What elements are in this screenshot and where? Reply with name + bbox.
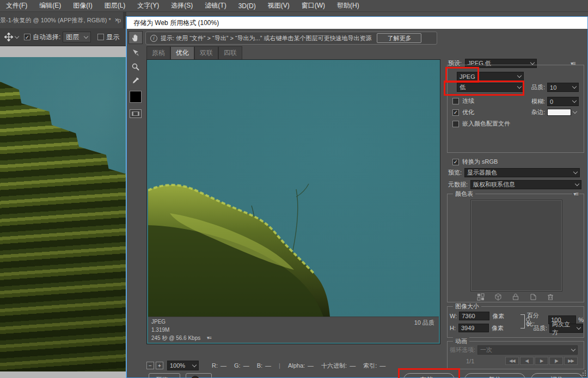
save-for-web-dialog: 存储为 Web 所用格式 (100%)	[126, 16, 588, 378]
zoom-in-button[interactable]: +	[156, 362, 163, 369]
preview-in-browser-button[interactable]: 预览...	[149, 373, 180, 378]
play-button[interactable]: ▶	[535, 357, 548, 365]
menu-edit[interactable]: 编辑(E)	[33, 1, 67, 10]
color-table-title: 颜色表	[453, 190, 475, 198]
browser-select-button[interactable]	[186, 373, 212, 378]
g-label: G:	[234, 362, 241, 369]
image-size-group: 图像大小 W: 7360 像素 H: 3949 像素	[447, 306, 584, 338]
tab-4up[interactable]: 四联	[218, 46, 242, 59]
panel-menu-icon[interactable]: ▾≡	[572, 191, 579, 197]
chevron-down-icon	[517, 73, 522, 78]
eyedropper-color-swatch[interactable]	[130, 91, 142, 103]
hand-icon	[131, 33, 140, 42]
move-tool-dropdown-icon[interactable]	[15, 34, 19, 38]
height-field[interactable]: 3949	[458, 324, 489, 332]
compression-row: 低	[457, 83, 524, 92]
optimized-label: 优化	[462, 108, 474, 116]
chevron-down-icon[interactable]	[573, 109, 577, 114]
magnifier-icon	[131, 63, 140, 71]
loop-options-label: 循环选项:	[450, 346, 475, 354]
rice-terraces-photo	[0, 57, 126, 371]
embed-profile-label: 嵌入颜色配置文件	[462, 120, 510, 128]
chevron-down-icon	[572, 98, 577, 103]
optimized-checkbox[interactable]: ✓	[452, 109, 459, 116]
preview-image[interactable]	[148, 61, 439, 317]
document-tab[interactable]: 景-1-恢复的 @ 100% (APP推荐, RGB/8) * ×	[0, 12, 123, 28]
progressive-label: 连续	[462, 97, 474, 105]
metadata-dropdown[interactable]: 版权和联系信息	[470, 180, 581, 189]
show-transform-checkbox[interactable]	[97, 34, 104, 40]
menu-3d[interactable]: 3D(D)	[232, 2, 262, 10]
progressive-checkbox[interactable]	[452, 98, 459, 104]
tab-optimized[interactable]: 优化	[170, 46, 194, 59]
preview-tabs: 原稿 优化 双联 四联	[146, 46, 242, 59]
dialog-title-bar[interactable]: 存储为 Web 所用格式 (100%)	[127, 17, 587, 29]
menu-image[interactable]: 图像(I)	[67, 1, 98, 10]
status-bar: − + 100% R:— G:— B:— | Alpha:— 十六进制:— 索引…	[146, 360, 385, 371]
color-table-swatches[interactable]	[471, 200, 562, 291]
eyedropper-icon	[131, 77, 140, 85]
dither-icon[interactable]	[477, 293, 485, 301]
move-tool-icon[interactable]	[4, 33, 13, 41]
grass-cliff-graphic	[148, 61, 439, 317]
tab-original[interactable]: 原稿	[146, 46, 170, 59]
last-frame-button[interactable]: ▶▶	[564, 357, 578, 365]
first-frame-button[interactable]: ◀◀	[505, 357, 519, 365]
menu-select[interactable]: 选择(S)	[165, 1, 199, 10]
matte-color-swatch[interactable]	[547, 109, 571, 116]
menu-layer[interactable]: 图层(L)	[99, 1, 132, 10]
panel-menu-icon[interactable]: ▾≡	[207, 335, 211, 340]
resample-quality-dropdown[interactable]: 两次立方	[549, 324, 583, 333]
blur-dropdown[interactable]: 0	[547, 97, 579, 106]
slice-select-tool-button[interactable]	[128, 46, 143, 59]
menu-help[interactable]: 帮助(H)	[331, 1, 365, 10]
matte-label: 杂边:	[531, 108, 545, 116]
photoshop-window: 文件(F) 编辑(E) 图像(I) 图层(L) 文字(Y) 选择(S) 滤镜(T…	[0, 0, 588, 378]
preview-info-bar: JPEG 1.319M 245 秒 @ 56.6 Kbps ▾≡ 10 品质	[148, 317, 439, 343]
preview-pane[interactable]: JPEG 1.319M 245 秒 @ 56.6 Kbps ▾≡ 10 品质	[146, 59, 440, 344]
format-dropdown[interactable]: JPEG	[457, 72, 524, 81]
canvas-area	[0, 46, 126, 378]
preview-color-dropdown[interactable]: 显示器颜色	[464, 168, 580, 177]
menu-window[interactable]: 窗口(W)	[296, 1, 331, 10]
new-color-icon[interactable]	[529, 293, 537, 301]
tip-bar: i 提示: 使用 “文件” > “导出” > “导出为...” 或右键单击某个图…	[145, 32, 437, 45]
alpha-label: Alpha:	[288, 362, 305, 369]
zoom-tool-button[interactable]	[128, 60, 143, 73]
compression-dropdown[interactable]: 低	[457, 83, 524, 92]
color-table-group: 颜色表 ▾≡	[447, 194, 584, 302]
chevron-down-icon	[517, 84, 522, 89]
loop-options-dropdown[interactable]: 一次	[477, 345, 578, 355]
hand-tool-button[interactable]	[128, 31, 143, 44]
document-tab-title: 景-1-恢复的 @ 100% (APP推荐, RGB/8) *	[0, 16, 111, 24]
trash-icon[interactable]	[547, 293, 554, 301]
web-shift-cube-icon[interactable]	[494, 293, 502, 301]
quality-dropdown[interactable]: 10	[547, 83, 579, 92]
toggle-slices-visibility-button[interactable]	[130, 109, 142, 118]
zoom-out-button[interactable]: −	[146, 362, 154, 369]
eyedropper-tool-button[interactable]	[128, 75, 143, 88]
menu-type[interactable]: 文字(Y)	[131, 1, 165, 10]
menu-filter[interactable]: 滤镜(T)	[199, 1, 232, 10]
zoom-level-dropdown[interactable]: 100%	[167, 361, 199, 370]
previous-frame-button[interactable]: ◀|	[520, 357, 534, 365]
chevron-down-icon	[84, 34, 88, 38]
dialog-title: 存储为 Web 所用格式 (100%)	[133, 18, 219, 28]
frame-counter: 1/1	[466, 358, 474, 364]
resize-grip[interactable]	[580, 370, 586, 376]
width-field[interactable]: 7360	[459, 312, 489, 320]
learn-more-button[interactable]: 了解更多	[377, 33, 421, 43]
settings-panel: 预设: JPEG 低 ▾≡ JPEG 低 品质: 10	[444, 29, 586, 377]
embed-profile-checkbox[interactable]	[452, 121, 459, 127]
auto-select-dropdown[interactable]: 图层	[63, 32, 91, 42]
convert-srgb-checkbox[interactable]: ✓	[452, 159, 459, 165]
auto-select-checkbox[interactable]: ✓	[24, 34, 30, 40]
tab-2up[interactable]: 双联	[194, 46, 218, 59]
next-frame-button[interactable]: |▶	[549, 357, 563, 365]
menu-file[interactable]: 文件(F)	[0, 1, 33, 10]
second-document-tab[interactable]: p	[118, 12, 121, 28]
menu-view[interactable]: 视图(V)	[262, 1, 296, 10]
preview-color-label: 预览:	[448, 169, 462, 177]
lock-icon[interactable]	[512, 293, 519, 301]
animation-title: 动画	[453, 337, 469, 345]
